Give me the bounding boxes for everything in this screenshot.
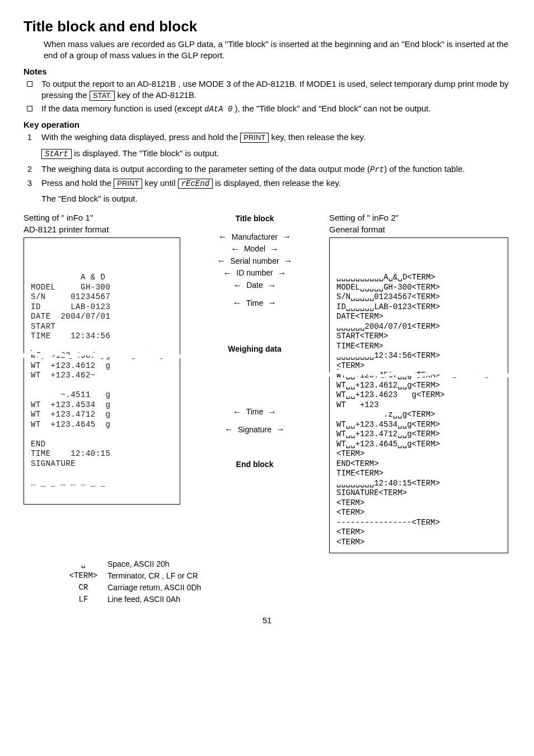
cr-desc: Carriage return, ASCII 0Dh (107, 582, 201, 593)
step-text: key until (144, 178, 177, 188)
step-number: 2 (24, 164, 36, 175)
print-key: PRINT (240, 133, 269, 143)
space-desc: Space, ASCII 20h (107, 559, 170, 570)
segment-text: dAtA 0 (204, 105, 232, 114)
keyop-item: 2 The weighing data is output according … (24, 164, 510, 175)
time2-label: Time (185, 406, 325, 418)
step-subline: StArt is displayed. The "Title block" is… (41, 148, 510, 159)
note-item: If the data memory function is used (exc… (24, 103, 510, 115)
stat-key: STAT. (90, 91, 115, 101)
step-text: The weighing data is output according to… (41, 164, 370, 174)
diagram: Setting of " inFo 1" AD-8121 printer for… (24, 212, 510, 553)
right-printout: ␣␣␣␣␣␣␣␣␣␣A␣&␣D<TERM>MODEL␣␣␣␣␣GH-300<TE… (329, 237, 508, 554)
lf-desc: Line feed, ASCII 0Ah (107, 594, 180, 605)
left-printout: A & DMODEL GH-300S/N 01234567ID LAB-0123… (24, 237, 180, 505)
time-label: Time (185, 297, 325, 309)
note-text: ), the "Title block" and "End block" can… (235, 104, 431, 113)
segment-text: Prt (370, 165, 384, 174)
print-key: PRINT (114, 179, 142, 189)
step-text: is displayed, then release the key. (215, 178, 341, 188)
keyop-heading: Key operation (24, 119, 510, 130)
manufacturer-label: Manufacturer (185, 231, 325, 243)
left-setting-label: Setting of " inFo 1" AD-8121 printer for… (24, 212, 180, 235)
step-text: Press and hold the (41, 178, 114, 188)
step-number: 3 (24, 178, 36, 189)
page-title: Title block and end block (24, 17, 510, 36)
recend-key: rEcEnd (178, 179, 213, 189)
notes-heading: Notes (24, 66, 510, 77)
step-text: ) of the function table. (384, 164, 465, 174)
step-text: is displayed. The "Title block" is outpu… (74, 148, 219, 158)
date-label: Date (185, 279, 325, 292)
intro-text: When mass values are recorded as GLP dat… (44, 39, 510, 62)
signature-label: Signature (185, 423, 325, 436)
note-item: To output the report to an AD-8121B , us… (24, 78, 510, 101)
term-symbol: <TERM> (68, 571, 99, 581)
page-number: 51 (24, 615, 510, 626)
right-setting-label: Setting of " inFo 2" General format (329, 212, 508, 235)
middle-annotations: Title block Manufacturer Model Serial nu… (185, 212, 325, 470)
cr-symbol: CR (68, 582, 99, 593)
notes-list: To output the report to an AD-8121B , us… (24, 78, 510, 115)
lf-symbol: LF (68, 594, 99, 605)
keyop-list: 1 With the weighing data displayed, pres… (24, 132, 510, 143)
start-key: StArt (41, 149, 72, 159)
keyop-list: 2 The weighing data is output according … (24, 164, 510, 189)
note-text: key of the AD-8121B. (118, 90, 197, 100)
bullet-icon (24, 103, 36, 115)
legend: ␣ Space, ASCII 20h <TERM> Terminator, CR… (68, 559, 510, 605)
term-desc: Terminator, CR , LF or CR (107, 571, 198, 581)
serial-label: Serial number (185, 255, 325, 267)
step-number: 1 (24, 132, 36, 143)
step-text: With the weighing data displayed, press … (41, 132, 240, 142)
step-subline: The "End block" is output. (41, 193, 510, 204)
bullet-icon (24, 78, 36, 101)
step-text: key, then release the key. (271, 132, 366, 142)
keyop-item: 3 Press and hold the PRINT key until rEc… (24, 178, 510, 189)
end-block-label: End block (185, 459, 325, 470)
id-label: ID number (185, 267, 325, 279)
keyop-item: 1 With the weighing data displayed, pres… (24, 132, 510, 143)
space-symbol: ␣ (68, 559, 99, 570)
model-label: Model (185, 243, 325, 255)
title-block-label: Title block (185, 213, 325, 224)
weighing-data-label: Weighing data (185, 344, 325, 354)
note-text: If the data memory function is used (exc… (41, 104, 204, 113)
